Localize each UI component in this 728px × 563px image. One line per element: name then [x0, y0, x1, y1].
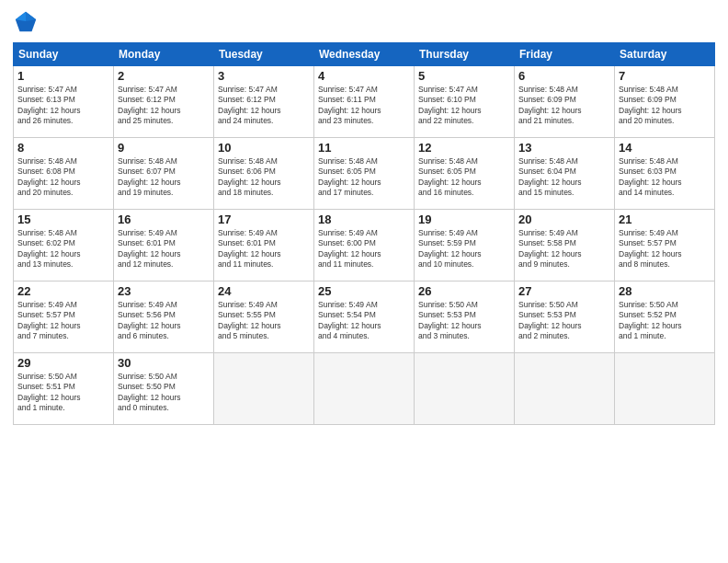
- day-number: 8: [17, 141, 109, 155]
- day-info: Sunrise: 5:50 AM Sunset: 5:53 PM Dayligh…: [518, 300, 610, 342]
- calendar-cell: 13Sunrise: 5:48 AM Sunset: 6:04 PM Dayli…: [515, 138, 615, 210]
- calendar-cell: [515, 353, 615, 425]
- day-info: Sunrise: 5:47 AM Sunset: 6:11 PM Dayligh…: [318, 85, 410, 127]
- day-info: Sunrise: 5:47 AM Sunset: 6:13 PM Dayligh…: [17, 85, 109, 127]
- calendar-week-5: 29Sunrise: 5:50 AM Sunset: 5:51 PM Dayli…: [14, 353, 715, 425]
- calendar-cell: [415, 353, 515, 425]
- day-info: Sunrise: 5:47 AM Sunset: 6:12 PM Dayligh…: [118, 85, 210, 127]
- header-day-sunday: Sunday: [14, 43, 114, 66]
- day-number: 18: [318, 213, 410, 226]
- calendar-cell: 1Sunrise: 5:47 AM Sunset: 6:13 PM Daylig…: [14, 66, 114, 138]
- calendar-cell: 15Sunrise: 5:48 AM Sunset: 6:02 PM Dayli…: [14, 210, 114, 282]
- calendar-cell: 27Sunrise: 5:50 AM Sunset: 5:53 PM Dayli…: [515, 282, 615, 353]
- day-number: 23: [118, 284, 210, 298]
- day-number: 7: [619, 69, 711, 83]
- day-number: 17: [218, 213, 310, 226]
- day-info: Sunrise: 5:48 AM Sunset: 6:07 PM Dayligh…: [118, 156, 210, 199]
- day-number: 1: [17, 69, 109, 83]
- day-number: 4: [318, 69, 410, 83]
- day-number: 12: [418, 141, 510, 155]
- day-info: Sunrise: 5:48 AM Sunset: 6:09 PM Dayligh…: [518, 85, 610, 127]
- calendar-cell: 2Sunrise: 5:47 AM Sunset: 6:12 PM Daylig…: [114, 66, 214, 138]
- day-number: 25: [318, 284, 410, 298]
- calendar-cell: 26Sunrise: 5:50 AM Sunset: 5:53 PM Dayli…: [415, 282, 515, 353]
- day-info: Sunrise: 5:49 AM Sunset: 5:54 PM Dayligh…: [318, 300, 410, 342]
- day-info: Sunrise: 5:49 AM Sunset: 5:56 PM Dayligh…: [118, 300, 210, 342]
- day-number: 30: [118, 356, 210, 370]
- calendar-cell: 29Sunrise: 5:50 AM Sunset: 5:51 PM Dayli…: [14, 353, 114, 425]
- header-day-wednesday: Wednesday: [314, 43, 415, 66]
- calendar-cell: 4Sunrise: 5:47 AM Sunset: 6:11 PM Daylig…: [314, 66, 415, 138]
- day-number: 24: [218, 284, 310, 298]
- logo: [13, 9, 42, 35]
- calendar-cell: 7Sunrise: 5:48 AM Sunset: 6:09 PM Daylig…: [615, 66, 715, 138]
- calendar-cell: 10Sunrise: 5:48 AM Sunset: 6:06 PM Dayli…: [214, 138, 314, 210]
- header-day-saturday: Saturday: [615, 43, 715, 66]
- day-info: Sunrise: 5:48 AM Sunset: 6:09 PM Dayligh…: [619, 85, 711, 127]
- day-info: Sunrise: 5:49 AM Sunset: 6:01 PM Dayligh…: [218, 228, 310, 270]
- day-info: Sunrise: 5:50 AM Sunset: 5:51 PM Dayligh…: [17, 372, 109, 414]
- day-info: Sunrise: 5:49 AM Sunset: 5:57 PM Dayligh…: [17, 300, 109, 342]
- day-number: 9: [118, 141, 210, 155]
- header-day-thursday: Thursday: [415, 43, 515, 66]
- calendar-week-2: 8Sunrise: 5:48 AM Sunset: 6:08 PM Daylig…: [14, 138, 715, 210]
- day-number: 10: [218, 141, 310, 155]
- calendar-cell: 17Sunrise: 5:49 AM Sunset: 6:01 PM Dayli…: [214, 210, 314, 282]
- calendar-cell: 16Sunrise: 5:49 AM Sunset: 6:01 PM Dayli…: [114, 210, 214, 282]
- day-info: Sunrise: 5:48 AM Sunset: 6:05 PM Dayligh…: [418, 156, 510, 199]
- calendar-cell: 18Sunrise: 5:49 AM Sunset: 6:00 PM Dayli…: [314, 210, 415, 282]
- calendar-cell: [314, 353, 415, 425]
- calendar-cell: 8Sunrise: 5:48 AM Sunset: 6:08 PM Daylig…: [14, 138, 114, 210]
- day-number: 19: [418, 213, 510, 226]
- day-info: Sunrise: 5:47 AM Sunset: 6:12 PM Dayligh…: [218, 85, 310, 127]
- day-info: Sunrise: 5:48 AM Sunset: 6:02 PM Dayligh…: [17, 228, 109, 270]
- day-number: 16: [118, 213, 210, 226]
- day-number: 14: [619, 141, 711, 155]
- calendar-cell: 30Sunrise: 5:50 AM Sunset: 5:50 PM Dayli…: [114, 353, 214, 425]
- day-number: 13: [518, 141, 610, 155]
- calendar-cell: 25Sunrise: 5:49 AM Sunset: 5:54 PM Dayli…: [314, 282, 415, 353]
- day-number: 15: [17, 213, 109, 226]
- day-info: Sunrise: 5:50 AM Sunset: 5:50 PM Dayligh…: [118, 372, 210, 414]
- calendar-table: SundayMondayTuesdayWednesdayThursdayFrid…: [13, 42, 715, 425]
- day-info: Sunrise: 5:47 AM Sunset: 6:10 PM Dayligh…: [418, 85, 510, 127]
- calendar-week-1: 1Sunrise: 5:47 AM Sunset: 6:13 PM Daylig…: [14, 66, 715, 138]
- calendar-cell: 24Sunrise: 5:49 AM Sunset: 5:55 PM Dayli…: [214, 282, 314, 353]
- day-info: Sunrise: 5:49 AM Sunset: 5:59 PM Dayligh…: [418, 228, 510, 270]
- calendar-cell: 20Sunrise: 5:49 AM Sunset: 5:58 PM Dayli…: [515, 210, 615, 282]
- day-number: 21: [619, 213, 711, 226]
- header-day-monday: Monday: [114, 43, 214, 66]
- calendar-cell: 9Sunrise: 5:48 AM Sunset: 6:07 PM Daylig…: [114, 138, 214, 210]
- header: [13, 9, 715, 35]
- day-info: Sunrise: 5:49 AM Sunset: 6:01 PM Dayligh…: [118, 228, 210, 270]
- calendar-cell: 11Sunrise: 5:48 AM Sunset: 6:05 PM Dayli…: [314, 138, 415, 210]
- calendar-body: 1Sunrise: 5:47 AM Sunset: 6:13 PM Daylig…: [14, 66, 715, 425]
- calendar-week-4: 22Sunrise: 5:49 AM Sunset: 5:57 PM Dayli…: [14, 282, 715, 353]
- calendar-cell: [615, 353, 715, 425]
- calendar-cell: 19Sunrise: 5:49 AM Sunset: 5:59 PM Dayli…: [415, 210, 515, 282]
- header-day-tuesday: Tuesday: [214, 43, 314, 66]
- calendar-cell: 21Sunrise: 5:49 AM Sunset: 5:57 PM Dayli…: [615, 210, 715, 282]
- day-number: 3: [218, 69, 310, 83]
- day-info: Sunrise: 5:49 AM Sunset: 5:58 PM Dayligh…: [518, 228, 610, 270]
- calendar-cell: [214, 353, 314, 425]
- day-number: 2: [118, 69, 210, 83]
- calendar-cell: 5Sunrise: 5:47 AM Sunset: 6:10 PM Daylig…: [415, 66, 515, 138]
- day-info: Sunrise: 5:48 AM Sunset: 6:04 PM Dayligh…: [518, 156, 610, 199]
- day-info: Sunrise: 5:49 AM Sunset: 6:00 PM Dayligh…: [318, 228, 410, 270]
- calendar-cell: 28Sunrise: 5:50 AM Sunset: 5:52 PM Dayli…: [615, 282, 715, 353]
- day-number: 6: [518, 69, 610, 83]
- day-info: Sunrise: 5:49 AM Sunset: 5:57 PM Dayligh…: [619, 228, 711, 270]
- day-number: 29: [17, 356, 109, 370]
- calendar-cell: 23Sunrise: 5:49 AM Sunset: 5:56 PM Dayli…: [114, 282, 214, 353]
- header-day-friday: Friday: [515, 43, 615, 66]
- day-info: Sunrise: 5:50 AM Sunset: 5:53 PM Dayligh…: [418, 300, 510, 342]
- day-number: 27: [518, 284, 610, 298]
- calendar-cell: 14Sunrise: 5:48 AM Sunset: 6:03 PM Dayli…: [615, 138, 715, 210]
- day-number: 5: [418, 69, 510, 83]
- logo-icon: [13, 9, 39, 35]
- day-info: Sunrise: 5:48 AM Sunset: 6:06 PM Dayligh…: [218, 156, 310, 199]
- calendar-cell: 12Sunrise: 5:48 AM Sunset: 6:05 PM Dayli…: [415, 138, 515, 210]
- calendar-week-3: 15Sunrise: 5:48 AM Sunset: 6:02 PM Dayli…: [14, 210, 715, 282]
- main-container: SundayMondayTuesdayWednesdayThursdayFrid…: [0, 0, 728, 434]
